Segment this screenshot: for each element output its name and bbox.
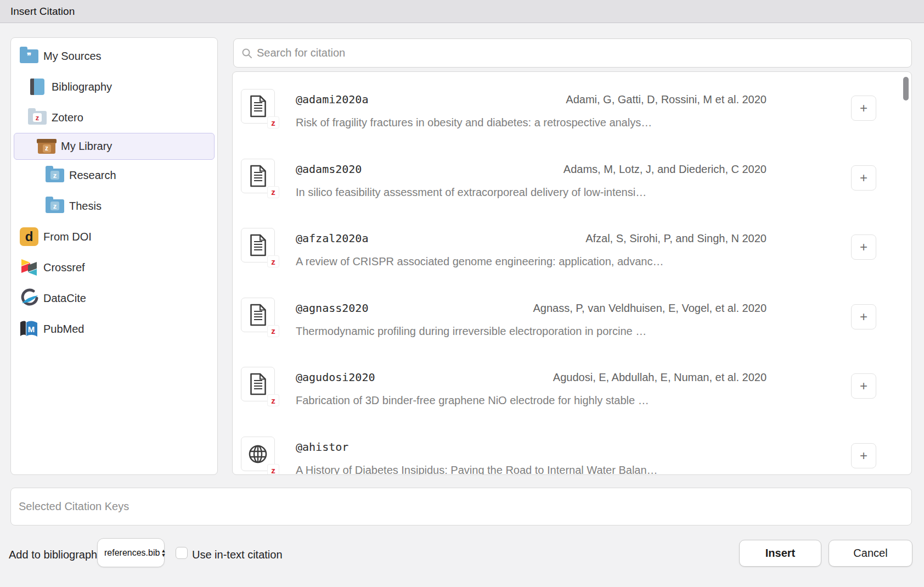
- add-citation-button[interactable]: +: [851, 443, 876, 468]
- sidebar-item-from-doi[interactable]: d From DOI: [11, 221, 217, 252]
- document-icon: [249, 373, 267, 395]
- document-icon: [249, 234, 267, 256]
- citation-title: In silico feasibility assessment of extr…: [296, 185, 646, 199]
- sidebar-item-bibliography[interactable]: Bibliography: [11, 71, 217, 102]
- citation-authors: Afzal, S, Sirohi, P, and Singh, N 2020: [585, 231, 767, 245]
- use-in-text-citation-checkbox[interactable]: [176, 547, 188, 559]
- bibliography-file-select[interactable]: references.bib ▲▼: [97, 538, 165, 567]
- document-icon: [249, 304, 267, 326]
- add-citation-button[interactable]: +: [851, 373, 876, 399]
- cancel-button[interactable]: Cancel: [829, 540, 912, 567]
- pubmed-icon: M: [19, 321, 40, 338]
- add-citation-button[interactable]: +: [851, 304, 876, 329]
- search-input[interactable]: [257, 47, 911, 59]
- sources-sidebar: ❞ My Sources Bibliography z Zotero z My …: [10, 37, 218, 475]
- citation-title: A History of Diabetes Insipidus: Paving …: [296, 463, 658, 475]
- selected-citation-keys-input[interactable]: [10, 488, 912, 525]
- citation-key: @adams2020: [296, 162, 362, 176]
- library-box-icon: z: [36, 139, 57, 154]
- zotero-badge-icon: z: [268, 395, 279, 406]
- citation-row[interactable]: z @adami2020a Adami, G, Gatti, D, Rossin…: [241, 89, 903, 124]
- citation-authors: Agnass, P, van Veldhuisen, E, Vogel, et …: [533, 301, 767, 315]
- folder-z-icon: z: [44, 199, 65, 213]
- citation-row[interactable]: z @afzal2020a Afzal, S, Sirohi, P, and S…: [241, 228, 903, 262]
- add-citation-button[interactable]: +: [851, 165, 876, 191]
- citation-authors: Adami, G, Gatti, D, Rossini, M et al. 20…: [566, 92, 767, 107]
- globe-icon: [247, 443, 269, 465]
- zotero-badge-icon: z: [268, 117, 279, 128]
- sources-folder-icon: ❞: [19, 49, 40, 63]
- document-icon: [249, 304, 267, 326]
- use-in-text-citation-label: Use in-text citation: [192, 549, 283, 561]
- citation-search-box: [233, 38, 912, 68]
- citation-row[interactable]: z @agudosi2020 Agudosi, E, Abdullah, E, …: [241, 367, 903, 401]
- svg-text:M: M: [28, 325, 35, 334]
- select-arrows-icon: ▲▼: [161, 549, 166, 557]
- scrollbar-thumb[interactable]: [903, 77, 909, 100]
- dialog-title: Insert Citation: [10, 5, 75, 18]
- sidebar-item-my-sources[interactable]: ❞ My Sources: [11, 41, 217, 71]
- doi-icon: d: [19, 227, 40, 246]
- insert-button[interactable]: Insert: [739, 540, 821, 567]
- zotero-badge-icon: z: [268, 465, 279, 475]
- globe-icon: [247, 443, 269, 465]
- zotero-badge-icon: z: [268, 187, 279, 198]
- dialog-titlebar: Insert Citation: [0, 0, 924, 23]
- document-icon: [249, 95, 267, 118]
- zotero-badge-icon: z: [268, 326, 279, 337]
- document-icon: [249, 165, 267, 187]
- citation-list: z @adami2020a Adami, G, Gatti, D, Rossin…: [232, 71, 912, 475]
- bibliography-file-value: references.bib: [104, 548, 160, 558]
- citation-row[interactable]: z @adams2020 Adams, M, Lotz, J, and Died…: [241, 159, 903, 193]
- citation-title: Fabrication of 3D binder-free graphene N…: [296, 393, 649, 407]
- bibliography-book-icon: [27, 79, 48, 95]
- sidebar-item-my-library[interactable]: z My Library: [14, 133, 215, 160]
- document-icon: [249, 95, 267, 118]
- citation-row[interactable]: z @ahistor A History of Diabetes Insipid…: [241, 437, 903, 471]
- document-icon: [249, 234, 267, 256]
- citation-key: @adami2020a: [296, 92, 368, 107]
- crossref-icon: [19, 259, 40, 276]
- add-citation-button[interactable]: +: [851, 234, 876, 260]
- sidebar-item-datacite[interactable]: DataCite: [11, 283, 217, 314]
- zotero-badge-icon: z: [268, 256, 279, 267]
- sidebar-item-pubmed[interactable]: M PubMed: [11, 314, 217, 344]
- citation-key: @ahistor: [296, 440, 348, 454]
- datacite-icon: [19, 288, 40, 308]
- sidebar-item-crossref[interactable]: Crossref: [11, 252, 217, 283]
- citation-key: @afzal2020a: [296, 231, 368, 245]
- citation-row[interactable]: z @agnass2020 Agnass, P, van Veldhuisen,…: [241, 298, 903, 332]
- citation-title: Thermodynamic profiling during irreversi…: [296, 324, 646, 338]
- add-citation-button[interactable]: +: [851, 96, 876, 121]
- sidebar-item-zotero[interactable]: z Zotero: [11, 102, 217, 133]
- folder-z-icon: z: [44, 169, 65, 182]
- sidebar-item-research[interactable]: z Research: [11, 160, 217, 191]
- citation-authors: Agudosi, E, Abdullah, E, Numan, et al. 2…: [553, 370, 767, 384]
- citation-key: @agnass2020: [296, 301, 368, 315]
- search-icon: [241, 48, 252, 59]
- document-icon: [249, 373, 267, 395]
- citation-title: A review of CRISPR associated genome eng…: [296, 254, 663, 269]
- citation-title: Risk of fragility fractures in obesity a…: [296, 115, 652, 130]
- citation-key: @agudosi2020: [296, 370, 375, 384]
- document-icon: [249, 165, 267, 187]
- sidebar-item-thesis[interactable]: z Thesis: [11, 191, 217, 221]
- add-to-bibliography-label: Add to bibliography:: [9, 549, 106, 561]
- zotero-folder-icon: z: [27, 111, 48, 125]
- citation-authors: Adams, M, Lotz, J, and Diederich, C 2020: [564, 162, 767, 176]
